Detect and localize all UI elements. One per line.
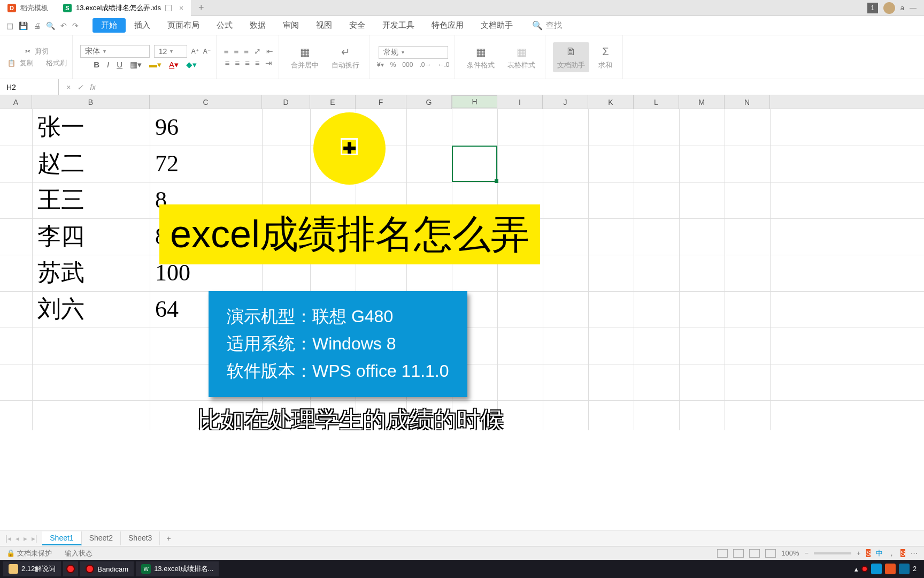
notification-badge[interactable]: 1: [867, 3, 878, 13]
tray-app1-icon[interactable]: [871, 564, 882, 574]
taskbar-folder[interactable]: 2.12解说词: [3, 561, 61, 576]
percent-icon[interactable]: %: [390, 61, 396, 69]
bold-button[interactable]: B: [94, 60, 99, 69]
avatar[interactable]: [883, 2, 895, 14]
menu-item[interactable]: 视图: [307, 18, 341, 33]
cell[interactable]: 刘六: [37, 298, 84, 321]
justify-icon[interactable]: ≡: [255, 58, 260, 67]
menu-item[interactable]: 开始: [93, 18, 126, 33]
menu-item[interactable]: 安全: [341, 18, 374, 33]
align-center-icon[interactable]: ≡: [235, 58, 240, 67]
decrease-decimal-icon[interactable]: ←.0: [437, 61, 449, 69]
tray-up-icon[interactable]: ▴: [854, 565, 858, 573]
comma-icon[interactable]: 000: [402, 61, 413, 69]
align-middle-icon[interactable]: ≡: [234, 47, 238, 56]
wrap-text-button[interactable]: ↵自动换行: [327, 44, 364, 70]
tray-app3-icon[interactable]: [899, 564, 910, 574]
column-header[interactable]: N: [725, 95, 770, 109]
zoom-in-icon[interactable]: +: [857, 549, 861, 557]
sheet-tab[interactable]: Sheet1: [42, 531, 81, 545]
column-header[interactable]: J: [543, 95, 588, 109]
cell[interactable]: 苏武: [37, 261, 84, 285]
view-reader-icon[interactable]: [765, 549, 776, 558]
new-tab-button[interactable]: +: [191, 2, 212, 13]
taskbar-bandicam[interactable]: Bandicam: [80, 561, 134, 576]
fx-icon[interactable]: fx: [90, 83, 96, 92]
cell[interactable]: 96: [155, 116, 179, 139]
menu-save-icon[interactable]: 💾: [19, 21, 28, 30]
cut-icon[interactable]: ✂: [25, 48, 30, 55]
spreadsheet-grid[interactable]: 张一赵二王三李四苏武刘六96728810064 ✚ excel成绩排名怎么弄 演…: [0, 109, 924, 430]
sheet-next-icon[interactable]: ▸: [24, 534, 27, 543]
column-header[interactable]: G: [406, 95, 452, 109]
align-bottom-icon[interactable]: ≡: [244, 47, 249, 56]
cell[interactable]: 王三: [37, 188, 84, 212]
column-header[interactable]: B: [32, 95, 150, 109]
menu-item[interactable]: 特色应用: [423, 18, 472, 33]
menu-item[interactable]: 开发工具: [374, 18, 423, 33]
menu-item[interactable]: 审阅: [274, 18, 307, 33]
underline-button[interactable]: U: [117, 60, 122, 69]
tab-current-file[interactable]: S 13.excel成绩排名怎么弄.xls ×: [56, 0, 191, 16]
doc-helper-button[interactable]: 🗎文档助手: [553, 42, 589, 72]
menu-item[interactable]: 公式: [208, 18, 241, 33]
merge-center-button[interactable]: ▦合并居中: [287, 44, 323, 70]
cell[interactable]: 72: [155, 152, 179, 176]
sheet-tab[interactable]: Sheet2: [82, 531, 121, 545]
column-header[interactable]: C: [150, 95, 262, 109]
align-top-icon[interactable]: ≡: [224, 47, 229, 56]
column-header[interactable]: E: [310, 95, 356, 109]
view-break-icon[interactable]: [749, 549, 760, 558]
taskbar-record1[interactable]: [63, 561, 78, 576]
orientation-icon[interactable]: ⤢: [254, 47, 261, 56]
view-normal-icon[interactable]: [717, 549, 728, 558]
ime-punct-icon[interactable]: ，: [888, 549, 895, 558]
fill-handle[interactable]: [495, 179, 498, 183]
align-left-icon[interactable]: ≡: [225, 58, 230, 67]
taskbar-wps[interactable]: W 13.excel成绩排名...: [136, 561, 219, 576]
font-color-button[interactable]: A▾: [169, 60, 179, 70]
column-header[interactable]: L: [634, 95, 679, 109]
column-header[interactable]: F: [356, 95, 406, 109]
sheet-tab[interactable]: Sheet3: [121, 531, 160, 545]
column-header[interactable]: A: [0, 95, 32, 109]
indent-right-icon[interactable]: ⇥: [265, 58, 272, 68]
conditional-format-button[interactable]: ▦条件格式: [463, 44, 499, 70]
border-button[interactable]: ▦▾: [130, 60, 142, 70]
cell[interactable]: 李四: [37, 225, 84, 248]
name-box[interactable]: H2: [0, 79, 59, 95]
column-header[interactable]: I: [497, 95, 543, 109]
menu-item[interactable]: 文档助手: [472, 18, 521, 33]
currency-icon[interactable]: ¥▾: [377, 61, 384, 69]
ime-lang[interactable]: 中: [876, 549, 883, 558]
protect-status[interactable]: 🔒 文档未保护: [6, 549, 52, 558]
confirm-formula-icon[interactable]: ✓: [77, 83, 83, 92]
tray-app2-icon[interactable]: [885, 564, 896, 574]
column-header[interactable]: D: [262, 95, 310, 109]
align-right-icon[interactable]: ≡: [245, 58, 250, 67]
tab-template[interactable]: D 稻壳模板: [0, 0, 56, 16]
font-name-select[interactable]: 宋体▾: [80, 45, 150, 58]
copy-icon[interactable]: 📋: [7, 59, 16, 67]
menu-file-icon[interactable]: ▤: [6, 21, 13, 30]
sheet-prev-icon[interactable]: ◂: [16, 534, 19, 543]
cancel-formula-icon[interactable]: ×: [66, 83, 71, 92]
column-header[interactable]: H: [452, 95, 497, 108]
sheet-first-icon[interactable]: |◂: [5, 534, 11, 543]
cell[interactable]: 张一: [37, 116, 84, 139]
cell[interactable]: 64: [155, 298, 179, 321]
cell[interactable]: 赵二: [37, 152, 84, 176]
sogou-s-icon[interactable]: S: [900, 549, 905, 557]
window-restore-icon[interactable]: [165, 5, 172, 11]
menu-redo-icon[interactable]: ↷: [72, 21, 79, 30]
column-header[interactable]: K: [588, 95, 634, 109]
ime-more-icon[interactable]: ⋯: [911, 549, 918, 557]
table-style-button[interactable]: ▦表格样式: [503, 44, 540, 70]
zoom-out-icon[interactable]: −: [804, 549, 808, 557]
cell[interactable]: 100: [155, 261, 190, 285]
number-format-select[interactable]: 常规▾: [379, 46, 448, 59]
fill-color-button[interactable]: ▬▾: [149, 60, 161, 70]
view-page-icon[interactable]: [733, 549, 744, 558]
menu-print-icon[interactable]: 🖨: [33, 21, 41, 30]
close-icon[interactable]: ×: [179, 4, 183, 12]
